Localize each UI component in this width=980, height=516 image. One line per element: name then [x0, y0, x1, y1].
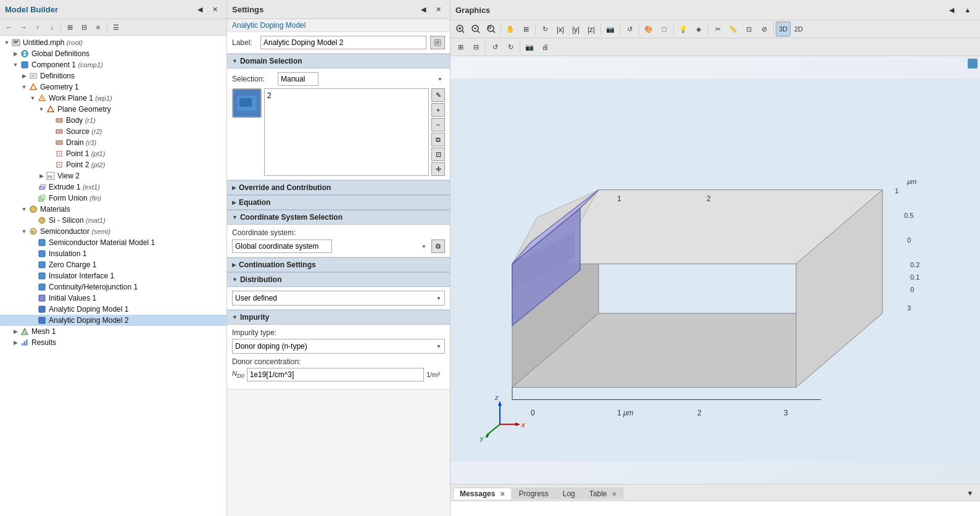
refresh-btn[interactable]: ↺ — [622, 22, 637, 36]
zoom-in-btn[interactable] — [453, 22, 468, 36]
coord-select[interactable]: Global coordinate system — [232, 239, 332, 253]
detach-btn[interactable]: ◀ — [193, 2, 207, 16]
impurity-type-select[interactable]: Donor doping (n-type) Acceptor doping (p… — [232, 339, 445, 354]
toggle-workplane1[interactable]: ▼ — [28, 94, 37, 102]
section-equation-header[interactable]: ▶ Equation — [227, 195, 450, 210]
nav-fwd-btn[interactable]: → — [17, 20, 30, 34]
nav-up-btn[interactable]: ↑ — [31, 20, 44, 34]
3d-btn[interactable]: 3D — [776, 22, 791, 36]
distribution-select[interactable]: User defined Gaussian Error function Box… — [232, 291, 445, 306]
toggle-results[interactable]: ▶ — [11, 338, 20, 347]
domain-btn-add[interactable]: + — [431, 103, 445, 117]
toggle-geometry1[interactable]: ▼ — [20, 83, 28, 91]
edge-btn[interactable]: □ — [657, 22, 671, 36]
rotate-left-btn[interactable]: ↺ — [488, 40, 502, 54]
nav-back-btn[interactable]: ← — [2, 20, 16, 34]
graphics-pin-btn[interactable]: ◀ — [944, 2, 959, 17]
toggle-view2[interactable]: ▶ — [37, 172, 46, 180]
tree-item-workplane1[interactable]: ▼ Work Plane 1 (wp1) — [0, 93, 226, 104]
label-reset-btn[interactable]: ↺ — [430, 36, 445, 49]
domain-btn-copy[interactable]: ⧉ — [431, 133, 445, 146]
material-btn[interactable]: ◈ — [691, 22, 706, 36]
settings-btn[interactable]: ≡ — [91, 20, 105, 34]
tree-item-point2[interactable]: ▶ Point 2 (pt2) — [0, 159, 226, 170]
toggle-plane-geo[interactable]: ▼ — [37, 105, 46, 114]
grid-btn[interactable]: ⊞ — [453, 40, 468, 54]
tree-item-continuity[interactable]: ▶ Continuity/Heterojunction 1 — [0, 281, 226, 293]
select-lines-btn[interactable]: ⊘ — [757, 22, 771, 36]
toggle-mesh1[interactable]: ▶ — [11, 327, 20, 336]
tab-table-close[interactable]: ✕ — [612, 491, 617, 497]
coord-edit-btn[interactable]: ⚙ — [431, 239, 445, 253]
2d-btn[interactable]: 2D — [791, 22, 806, 36]
toggle-global-defs[interactable]: ▶ — [11, 49, 20, 58]
pan-btn[interactable]: ✋ — [503, 22, 518, 36]
section-distribution-header[interactable]: ▼ Distribution — [227, 272, 450, 287]
zoom-box-btn[interactable] — [484, 22, 499, 36]
label-input[interactable] — [260, 36, 426, 49]
tree-item-mesh1[interactable]: ▶ Mesh 1 — [0, 326, 226, 337]
rotate-btn[interactable]: ↻ — [538, 22, 552, 36]
section-impurity-header[interactable]: ▼ Impurity — [227, 310, 450, 325]
toggle-definitions[interactable]: ▶ — [20, 72, 28, 80]
bottom-panel-arrow-btn[interactable]: ▼ — [963, 486, 978, 501]
section-coord-header[interactable]: ▼ Coordinate System Selection — [227, 210, 450, 225]
expand-all-btn[interactable]: ⊞ — [63, 20, 77, 34]
domain-list[interactable]: 2 — [264, 88, 429, 176]
tree-item-geometry1[interactable]: ▼ Geometry 1 — [0, 81, 226, 93]
tab-messages-close[interactable]: ✕ — [500, 491, 505, 497]
close-model-btn[interactable]: ✕ — [208, 2, 222, 16]
select-pts-btn[interactable]: ⊡ — [741, 22, 756, 36]
tree-item-results[interactable]: ▶ Results — [0, 337, 226, 348]
tab-progress[interactable]: Progress — [512, 488, 555, 499]
tree-item-component1[interactable]: ▼ Component 1 (comp1) — [0, 59, 226, 70]
tree-item-view2[interactable]: ▶ xy View 2 — [0, 170, 226, 181]
toggle-component1[interactable]: ▼ — [11, 60, 20, 69]
tree-item-zero-charge[interactable]: ▶ Zero Charge 1 — [0, 259, 226, 270]
tree-item-drain[interactable]: ▶ Drain (r3) — [0, 137, 226, 148]
tree-item-extrude1[interactable]: ▶ Extrude 1 (ext1) — [0, 181, 226, 193]
toggle-materials[interactable]: ▼ — [20, 205, 28, 214]
donor-value-input[interactable] — [247, 368, 424, 381]
tree-item-insulator-iface[interactable]: ▶ Insulator Interface 1 — [0, 270, 226, 281]
select-btn[interactable]: |x| — [553, 22, 568, 36]
section-override-header[interactable]: ▶ Override and Contribution — [227, 180, 450, 195]
section-continuation-header[interactable]: ▶ Continuation Settings — [227, 257, 450, 272]
tree-item-semiconductor[interactable]: ▼ Si Semiconductor (semi) — [0, 226, 226, 237]
view-btn[interactable]: ☰ — [109, 20, 123, 34]
screenshot-btn[interactable]: 📷 — [522, 40, 537, 54]
domain-btn-remove[interactable]: − — [431, 118, 445, 131]
toggle-semiconductor[interactable]: ▼ — [20, 227, 28, 236]
tree-item-adm1[interactable]: ▶ Analytic Doping Model 1 — [0, 304, 226, 315]
section-domain-selection-header[interactable]: ▼ Domain Selection — [227, 54, 450, 69]
tree-item-form-union[interactable]: ▶ Form Union (fin) — [0, 193, 226, 204]
fit-all-btn[interactable]: ⊞ — [518, 22, 533, 36]
tree-item-materials[interactable]: ▼ Materials — [0, 204, 226, 215]
tree-item-insulation1[interactable]: ▶ Insulation 1 — [0, 248, 226, 259]
axes-btn[interactable]: ⊟ — [468, 40, 483, 54]
tree-item-global-defs[interactable]: ▶ Global Definitions — [0, 48, 226, 59]
selection-select[interactable]: Manual — [278, 72, 318, 86]
tree-item-point1[interactable]: ▶ Point 1 (pt1) — [0, 148, 226, 159]
domain-btn-paste[interactable]: ⊡ — [431, 148, 445, 161]
zoom-out-btn[interactable] — [468, 22, 483, 36]
tab-messages[interactable]: Messages ✕ — [453, 488, 512, 499]
light-btn[interactable]: 💡 — [676, 22, 691, 36]
scene-btn[interactable]: 📷 — [603, 22, 618, 36]
nav-down-btn[interactable]: ↓ — [45, 20, 59, 34]
tree-item-root[interactable]: ▼ Untitled.mph (root) — [0, 37, 226, 48]
domain-btn-center[interactable]: ✛ — [431, 162, 445, 176]
measure-btn[interactable]: 📏 — [726, 22, 741, 36]
rotate-right-btn[interactable]: ↻ — [503, 40, 518, 54]
tree-item-source[interactable]: ▶ Source (r2) — [0, 126, 226, 137]
tab-log[interactable]: Log — [556, 488, 582, 499]
tree-item-initial-values[interactable]: ▶ Initial Values 1 — [0, 293, 226, 304]
tree-item-semi-mat[interactable]: ▶ Semiconductor Material Model 1 — [0, 237, 226, 248]
settings-pin-btn[interactable]: ◀ — [417, 2, 430, 16]
tab-table[interactable]: Table ✕ — [583, 488, 623, 499]
tree-item-plane-geo[interactable]: ▼ Plane Geometry — [0, 104, 226, 115]
graphics-max-btn[interactable]: ▲ — [960, 2, 975, 17]
tree-item-definitions[interactable]: ▶ Definitions — [0, 70, 226, 81]
style-btn[interactable]: 🎨 — [641, 22, 656, 36]
graphics-canvas[interactable]: 1 μm 0.5 0 0.2 0.1 0 3 — [451, 56, 980, 484]
